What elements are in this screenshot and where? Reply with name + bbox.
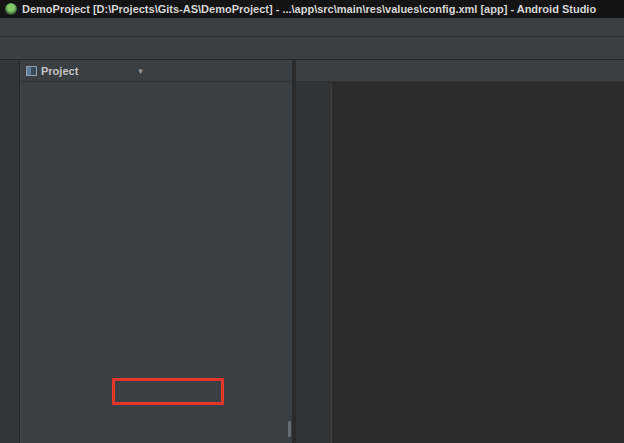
project-tree (20, 82, 292, 443)
android-studio-logo-icon (5, 3, 17, 15)
menu-bar (0, 18, 624, 37)
window-title: DemoProject [D:\Projects\Gits-AS\DemoPro… (22, 3, 596, 15)
project-panel-title: Project (41, 65, 78, 77)
editor-tab-bar (296, 60, 624, 82)
editor-area (296, 60, 624, 443)
editor-code-area[interactable] (333, 82, 624, 443)
chevron-down-icon[interactable]: ▾ (138, 66, 143, 76)
title-bar: DemoProject [D:\Projects\Gits-AS\DemoPro… (0, 0, 624, 18)
android-studio-window: DemoProject [D:\Projects\Gits-AS\DemoPro… (0, 0, 624, 443)
project-tool-window-icon (26, 66, 37, 76)
project-panel-header: Project ▾ (20, 60, 292, 82)
panel-scrollbar[interactable] (288, 421, 291, 437)
tool-window-stripe (0, 60, 20, 443)
project-panel: Project ▾ (20, 60, 294, 443)
breadcrumb-bar (0, 37, 624, 60)
editor-gutter (296, 82, 332, 443)
